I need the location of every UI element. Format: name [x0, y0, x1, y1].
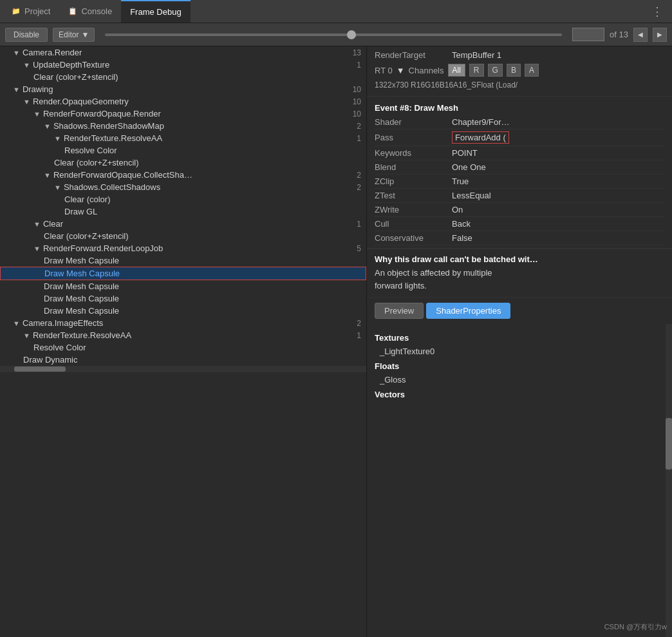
tab-shader-properties[interactable]: ShaderProperties — [426, 303, 510, 319]
tree-item-clear-czs-1[interactable]: Clear (color+Z+stencil) — [0, 157, 366, 169]
tree-item-camera-ie[interactable]: ▼ Camera.ImageEffects 2 — [0, 317, 366, 329]
texture-light-texture0: _LightTexture0 — [375, 345, 664, 357]
arrow-icon: ▼ — [13, 319, 20, 327]
scrollbar-thumb[interactable] — [666, 418, 672, 470]
arrow-icon: ▼ — [54, 184, 61, 191]
render-target-label: RenderTarget — [375, 50, 452, 60]
chevron-down-icon: ▼ — [81, 30, 89, 39]
arrow-icon: ▼ — [23, 332, 30, 339]
frame-slider-track[interactable] — [105, 33, 562, 36]
arrow-icon: ▼ — [54, 135, 61, 142]
watermark: CSDN @万有引力w — [604, 622, 667, 632]
tree-item-draw-mesh-2-selected[interactable]: Draw Mesh Capsule — [0, 267, 366, 280]
rt-dropdown-icon: ▼ — [397, 66, 405, 75]
h-scroll-thumb[interactable] — [14, 366, 66, 372]
render-target-value: TempBuffer 1 — [452, 50, 501, 60]
arrow-icon: ▼ — [13, 86, 20, 93]
arrow-icon: ▼ — [33, 110, 41, 118]
tab-project[interactable]: 📁 Project — [3, 0, 59, 23]
channel-b[interactable]: B — [507, 64, 521, 77]
tree-item-draw-dynamic[interactable]: Draw Dynamic — [0, 354, 366, 366]
console-icon: 📋 — [68, 7, 77, 15]
prop-zwrite: ZWrite On — [375, 203, 664, 217]
render-target-section: RenderTarget TempBuffer 1 RT 0 ▼ Channel… — [367, 46, 672, 97]
tab-bar: 📁 Project 📋 Console Frame Debug ⋮ — [0, 0, 672, 23]
format-text: 1322x730 R16G16B16A16_SFloat (Load/ — [375, 81, 664, 90]
tree-item-rfo-collectsha[interactable]: ▼ RenderForwardOpaque.CollectSha… 2 — [0, 169, 366, 181]
tree-item-shadows-rsm[interactable]: ▼ Shadows.RenderShadowMap 2 — [0, 120, 366, 132]
prop-keywords: Keywords POINT — [375, 146, 664, 160]
prop-zclip: ZClip True — [375, 175, 664, 189]
tree-item-draw-mesh-5[interactable]: Draw Mesh Capsule — [0, 305, 366, 317]
tree-item-drawing[interactable]: ▼ Drawing 10 — [0, 83, 366, 95]
arrow-icon: ▼ — [23, 98, 30, 106]
frame-number-input[interactable]: 8 — [572, 28, 604, 41]
rt-label: RT 0 — [375, 66, 393, 75]
tree-item-rf-rlj[interactable]: ▼ RenderForward.RenderLoopJob 5 — [0, 242, 366, 254]
tab-preview[interactable]: Preview — [375, 303, 424, 319]
section-vectors-title: Vectors — [375, 390, 664, 399]
tab-more-button[interactable]: ⋮ — [645, 0, 669, 23]
frame-total-label: of 13 — [610, 30, 628, 39]
channels-label: Channels — [409, 66, 444, 75]
channel-r[interactable]: R — [469, 64, 484, 77]
tree-item-update-depth[interactable]: ▼ UpdateDepthTexture 1 — [0, 59, 366, 71]
prop-ztest: ZTest LessEqual — [375, 189, 664, 203]
prop-shader: Shader Chapter9/For… — [375, 115, 664, 129]
right-panel-scrollbar[interactable] — [666, 324, 672, 637]
tree-item-resolve-color-1[interactable]: Resolve Color — [0, 144, 366, 157]
tree-item-draw-gl[interactable]: Draw GL — [0, 205, 366, 218]
bottom-tabs: Preview ShaderProperties — [367, 297, 672, 324]
properties-table: Shader Chapter9/For… Pass ForwardAdd ( K… — [375, 115, 664, 245]
tree-item-rt-resolveaa-2[interactable]: ▼ RenderTexture.ResolveAA 1 — [0, 329, 366, 341]
batch-title: Why this draw call can't be batched wit… — [375, 254, 664, 264]
float-gloss: _Gloss — [375, 374, 664, 386]
tree-item-clear-color[interactable]: Clear (color) — [0, 193, 366, 205]
tree-item-shadows-cs[interactable]: ▼ Shadows.CollectShadows 2 — [0, 181, 366, 193]
tab-console[interactable]: 📋 Console — [59, 0, 121, 23]
prev-frame-button[interactable]: ◀ — [633, 28, 648, 42]
arrow-icon: ▼ — [13, 49, 20, 57]
tree-item-clear-czs-2[interactable]: Clear (color+Z+stencil) — [0, 230, 366, 242]
disable-button[interactable]: Disable — [5, 28, 48, 42]
channel-a[interactable]: A — [525, 64, 539, 77]
tab-frame-debug[interactable]: Frame Debug — [121, 0, 190, 23]
tree-item-draw-mesh-3[interactable]: Draw Mesh Capsule — [0, 280, 366, 292]
editor-dropdown[interactable]: Editor ▼ — [53, 28, 95, 42]
prop-cull: Cull Back — [375, 217, 664, 231]
main-content: ▼ Camera.Render 13 ▼ UpdateDepthTexture … — [0, 46, 672, 637]
left-panel-scrollbar[interactable] — [0, 366, 366, 372]
tree-item-clear-1[interactable]: Clear (color+Z+stencil) — [0, 71, 366, 83]
toolbar: Disable Editor ▼ 8 of 13 ◀ ▶ — [0, 23, 672, 46]
prop-conservative: Conservative False — [375, 231, 664, 245]
event-title: Event #8: Draw Mesh — [375, 103, 664, 113]
frame-slider-container — [100, 33, 567, 36]
right-panel: RenderTarget TempBuffer 1 RT 0 ▼ Channel… — [367, 46, 672, 637]
channel-all[interactable]: All — [448, 64, 465, 77]
section-floats-title: Floats — [375, 361, 664, 371]
prop-pass: Pass ForwardAdd ( — [375, 129, 664, 146]
next-frame-button[interactable]: ▶ — [653, 28, 667, 42]
tree-item-render-opaque[interactable]: ▼ Render.OpaqueGeometry 10 — [0, 95, 366, 108]
event-properties-section: Event #8: Draw Mesh Shader Chapter9/For…… — [367, 97, 672, 249]
tree-item-draw-mesh-1[interactable]: Draw Mesh Capsule — [0, 254, 366, 267]
tree-item-rt-resolveaa-1[interactable]: ▼ RenderTexture.ResolveAA 1 — [0, 132, 366, 144]
arrow-icon: ▼ — [44, 171, 51, 179]
shader-properties-content: Textures _LightTexture0 Floats _Gloss Ve… — [367, 324, 672, 637]
arrow-icon: ▼ — [33, 245, 41, 252]
tree-item-draw-mesh-4[interactable]: Draw Mesh Capsule — [0, 292, 366, 305]
left-panel-tree: ▼ Camera.Render 13 ▼ UpdateDepthTexture … — [0, 46, 367, 637]
tree-item-clear-2[interactable]: ▼ Clear 1 — [0, 218, 366, 230]
section-textures-title: Textures — [375, 333, 664, 343]
arrow-icon: ▼ — [23, 61, 30, 69]
arrow-icon: ▼ — [44, 122, 51, 130]
prop-blend: Blend One One — [375, 160, 664, 175]
tree-item-rfo-render[interactable]: ▼ RenderForwardOpaque.Render 10 — [0, 108, 366, 120]
arrow-icon: ▼ — [33, 220, 41, 228]
frame-slider-thumb[interactable] — [347, 30, 356, 39]
channel-g[interactable]: G — [488, 64, 503, 77]
tree-item-resolve-color-2[interactable]: Resolve Color — [0, 341, 366, 354]
batch-section: Why this draw call can't be batched wit…… — [367, 249, 672, 297]
project-icon: 📁 — [12, 7, 21, 15]
tree-item-camera-render[interactable]: ▼ Camera.Render 13 — [0, 46, 366, 59]
